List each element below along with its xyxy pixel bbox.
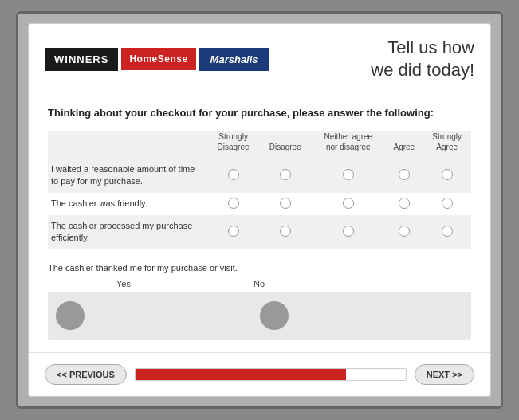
radio-strongly-disagree-3[interactable] <box>228 226 239 237</box>
radio-cell <box>259 193 311 215</box>
yn-buttons-row <box>48 292 471 340</box>
header-tagline: Tell us howwe did today! <box>371 37 474 82</box>
next-button[interactable]: NEXT >> <box>415 364 474 385</box>
col-header-strongly-agree: StronglyAgree <box>423 131 471 159</box>
radio-cell <box>207 193 259 215</box>
footer: << PREVIOUS NEXT >> <box>29 352 490 396</box>
radio-disagree-2[interactable] <box>280 198 291 209</box>
row-label-1: I waited a reasonable amount of time to … <box>48 159 207 193</box>
radio-cell <box>259 215 311 249</box>
row-label-2: The cashier was friendly. <box>48 193 207 215</box>
radio-agree-2[interactable] <box>399 198 410 209</box>
progress-bar-fill <box>136 369 346 380</box>
radio-cell <box>311 215 385 249</box>
radio-disagree-1[interactable] <box>280 169 291 180</box>
table-row: The cashier was friendly. <box>48 193 471 215</box>
logos-group: WINNERS HomeSense Marshalls <box>45 48 269 71</box>
col-header-agree: Agree <box>385 131 423 159</box>
row-label-3: The cashier processed my purchase effici… <box>48 215 207 249</box>
winners-logo: WINNERS <box>45 48 118 71</box>
table-row: I waited a reasonable amount of time to … <box>48 159 471 193</box>
marshalls-logo: Marshalls <box>199 48 269 71</box>
radio-neither-2[interactable] <box>343 198 354 209</box>
radio-cell <box>423 193 471 215</box>
yn-label-no: No <box>191 279 327 289</box>
col-header-disagree: Disagree <box>259 131 311 159</box>
radio-cell <box>311 193 385 215</box>
survey-card: WINNERS HomeSense Marshalls Tell us howw… <box>28 23 491 398</box>
radio-cell <box>423 215 471 249</box>
homesense-logo: HomeSense <box>121 48 195 70</box>
radio-cell <box>385 215 423 249</box>
table-row: The cashier processed my purchase effici… <box>48 215 471 249</box>
radio-cell <box>385 193 423 215</box>
radio-strongly-disagree-2[interactable] <box>228 198 239 209</box>
radio-cell <box>385 159 423 193</box>
radio-agree-3[interactable] <box>399 226 410 237</box>
progress-bar-container <box>135 368 407 381</box>
col-header-strongly-disagree: StronglyDisagree <box>207 131 259 159</box>
rating-table: StronglyDisagree Disagree Neither agreen… <box>48 131 471 249</box>
yn-labels: Yes No <box>48 279 471 289</box>
radio-disagree-3[interactable] <box>280 226 291 237</box>
radio-cell <box>311 159 385 193</box>
radio-strongly-agree-3[interactable] <box>442 226 453 237</box>
radio-agree-1[interactable] <box>399 169 410 180</box>
yn-question: The cashier thanked me for my purchase o… <box>48 263 471 273</box>
radio-strongly-agree-1[interactable] <box>442 169 453 180</box>
survey-heading: Thinking about your checkout for your pu… <box>48 107 471 119</box>
radio-neither-1[interactable] <box>343 169 354 180</box>
col-header-neither: Neither agreenor disagree <box>311 131 385 159</box>
radio-cell <box>259 159 311 193</box>
yn-no-button[interactable] <box>260 301 289 330</box>
yn-section: The cashier thanked me for my purchase o… <box>48 263 471 340</box>
outer-frame: WINNERS HomeSense Marshalls Tell us howw… <box>16 11 503 410</box>
col-header-empty <box>48 131 207 159</box>
survey-content: Thinking about your checkout for your pu… <box>29 92 490 353</box>
yn-yes-button[interactable] <box>56 301 85 330</box>
radio-strongly-disagree-1[interactable] <box>228 169 239 180</box>
radio-cell <box>207 215 259 249</box>
radio-cell <box>423 159 471 193</box>
previous-button[interactable]: << PREVIOUS <box>45 364 127 385</box>
radio-strongly-agree-2[interactable] <box>442 198 453 209</box>
radio-neither-3[interactable] <box>343 226 354 237</box>
radio-cell <box>207 159 259 193</box>
header: WINNERS HomeSense Marshalls Tell us howw… <box>29 24 490 92</box>
yn-label-yes: Yes <box>56 279 191 289</box>
